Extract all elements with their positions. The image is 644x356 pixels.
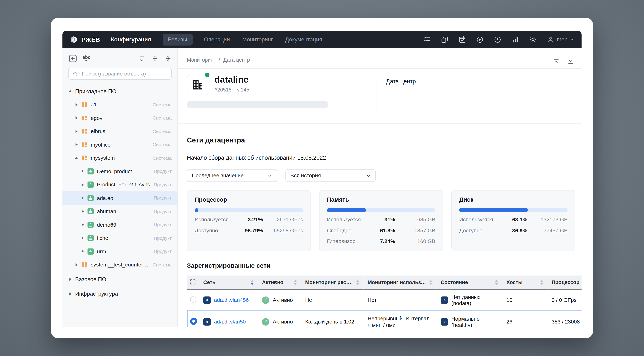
tree-item[interactable]: Инфраструктура [62,287,177,300]
tree-item[interactable]: Product_For_Git_syncПродукт [62,178,177,191]
tasks-icon[interactable] [423,36,431,43]
card-title: Диск [459,196,568,203]
column-header[interactable]: Состояние [436,275,502,290]
fullscreen-icon[interactable] [189,278,196,285]
network-cell-inner: ‹›ada.dl.vlan50 [203,318,254,326]
alphabetical-sort-icon[interactable]: abc [83,55,90,62]
caret-collapsed-icon[interactable] [80,222,84,227]
product-icon [88,168,94,174]
column-header[interactable]: Активно [258,275,301,290]
sort-asc-icon [429,280,432,282]
card-metric-row: Гипервизор7.24%160 GB [327,238,436,245]
settings-icon[interactable] [529,36,537,43]
network-code-icon: ‹› [203,318,211,326]
tree-item-label: elbrus [91,128,106,134]
metric-label: Используется [195,216,233,223]
column-header[interactable]: Мониторинг использования [364,275,436,290]
user-menu[interactable]: men [546,36,574,43]
breadcrumb-item[interactable]: Мониторинг [187,57,216,63]
caret-expanded-icon[interactable] [68,89,72,93]
sort-arrows[interactable] [291,280,297,285]
sort-arrows[interactable] [427,280,432,285]
collapse-all-icon[interactable] [165,55,172,62]
select-column-header[interactable] [187,275,199,290]
tree-item[interactable]: urmПродукт [62,244,177,258]
tree-item[interactable]: a1Система [62,98,177,111]
caret-collapsed-icon[interactable] [80,182,84,187]
collapse-sidebar-button[interactable] [68,54,78,63]
resource-cards: ПроцессорИспользуется3.21%2671 GFpsДосту… [187,190,576,251]
row-radio[interactable] [190,296,196,302]
nav-item[interactable]: Релизы [162,34,192,45]
expand-all-icon[interactable] [152,55,158,62]
play-circle-icon[interactable] [476,36,484,43]
tree-item[interactable]: myofficeСистема [62,138,177,151]
sort-arrows[interactable] [492,280,498,285]
tree-item[interactable]: Прикладное ПО [62,84,177,98]
column-header[interactable]: Сеть [199,275,258,290]
tree-item[interactable]: ficheПродукт [62,231,177,244]
tree-item[interactable]: system__test_counter_...Система [62,258,177,272]
sort-desc-icon [540,283,543,285]
bar-chart-icon[interactable] [511,36,519,43]
tree-item[interactable]: elbrusСистема [62,124,177,138]
table-row[interactable]: ‹›ada.dl.vlan456✓АктивноНетНет‹›Нет данн… [187,290,582,310]
sort-arrows[interactable] [354,280,359,285]
caret-collapsed-icon[interactable] [80,209,84,213]
caret-collapsed-icon[interactable] [68,277,72,282]
sort-arrows[interactable] [538,280,543,285]
sort-arrows[interactable] [248,280,254,285]
caret-collapsed-icon[interactable] [80,196,84,200]
nav-actions: men [423,36,574,43]
history-range-select[interactable]: Вся история [286,169,376,182]
caret-collapsed-icon[interactable] [74,263,78,267]
caret-collapsed-icon[interactable] [74,129,78,133]
brand[interactable]: РЖЕВ [70,36,100,43]
caret-collapsed-icon[interactable] [68,292,72,296]
collapse-to-top-icon[interactable] [553,58,560,65]
column-label: Сеть [203,280,216,285]
sort-asc-icon [495,280,498,282]
copy-icon[interactable] [440,36,448,43]
caret-collapsed-icon[interactable] [80,169,84,174]
network-link[interactable]: ada.dl.vlan50 [214,318,246,325]
tree-item[interactable]: ahumanПродукт [62,205,177,218]
tree-item[interactable]: egovСистема [62,111,177,124]
column-header[interactable]: Хосты [502,275,548,290]
active-label: Активно [273,318,293,325]
entity-meta: #26518 v.145 [214,87,253,93]
tree-item[interactable]: Demo_productПродукт [62,165,177,178]
table-row[interactable]: ‹›ada.dl.vlan50✓АктивноКаждый день в 1:0… [187,310,582,327]
row-radio[interactable] [190,318,197,324]
column-header[interactable]: Мониторинг ресурсов [301,275,364,290]
nav-item[interactable]: Мониторинг [242,36,273,43]
column-header[interactable]: Процессор [548,275,582,290]
tree-item[interactable]: ada.eoПродукт [62,191,177,205]
caret-collapsed-icon[interactable] [74,116,78,120]
tree-item[interactable]: mysystemСистема [62,151,177,165]
caret-expanded-icon[interactable] [74,156,78,160]
caret-collapsed-icon[interactable] [80,236,84,240]
network-link[interactable]: ada.dl.vlan456 [214,297,248,303]
caret-collapsed-icon[interactable] [74,102,78,106]
nav-item[interactable]: Документация [285,36,322,43]
caret-collapsed-icon[interactable] [74,143,78,147]
collapse-to-bottom-icon[interactable] [567,58,574,65]
search-input[interactable] [81,70,168,77]
tree-item-label: myoffice [91,142,110,148]
metric-percent: 36.9% [498,227,527,234]
active-cell-inner: ✓Активно [262,296,297,304]
tree-item-type: Продукт [150,236,172,240]
metric-percent: 3.21% [233,216,263,223]
nav-item[interactable]: Конфигурация [111,36,151,43]
column-label: Хосты [506,280,523,285]
alert-circle-icon[interactable] [494,36,501,43]
value-mode-select[interactable]: Последнее значение [187,169,277,182]
tree-item[interactable]: Базовое ПО [62,273,177,286]
table-header-row: СетьАктивноМониторинг ресурсовМониторинг… [187,275,582,290]
dock-top-icon[interactable] [138,55,145,62]
calendar-check-icon[interactable] [458,36,466,43]
caret-collapsed-icon[interactable] [80,249,84,253]
nav-item[interactable]: Операции [204,36,230,43]
tree-item[interactable]: demo69Продукт [62,218,177,231]
